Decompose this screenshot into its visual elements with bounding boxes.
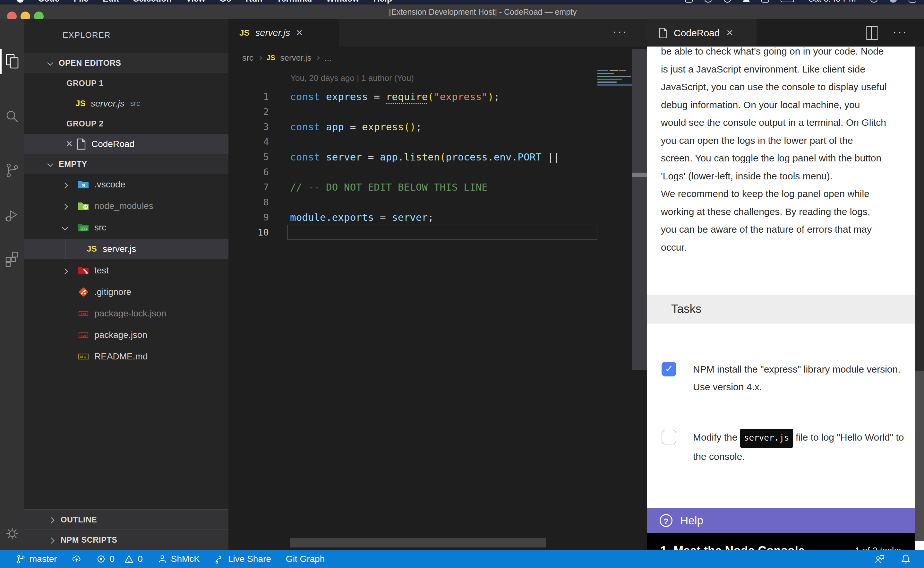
activity-run-debug-button[interactable] <box>0 201 24 229</box>
horizontal-scrollbar[interactable] <box>290 538 546 547</box>
tree-item-src[interactable]: </>src <box>24 217 228 237</box>
open-editors-header[interactable]: OPEN EDITORS <box>24 53 228 73</box>
editor-scrollbar[interactable] <box>632 19 647 550</box>
menu-item-terminal[interactable]: Terminal <box>277 0 312 4</box>
tree-item-.gitignore[interactable]: .gitignore <box>24 282 228 302</box>
node-modules-folder-icon: JS <box>78 200 89 212</box>
tree-item-readme.md[interactable]: MREADME.md <box>24 346 228 367</box>
help-button[interactable]: ? Help <box>647 508 915 533</box>
input-menu-icon[interactable] <box>761 0 769 3</box>
menu-item-view[interactable]: View <box>186 0 205 4</box>
tree-item-label: src <box>94 222 106 233</box>
display-icon[interactable] <box>685 0 693 3</box>
code-line-5[interactable]: 5const server = app.listen(process.env.P… <box>228 149 597 164</box>
status-live-share[interactable]: Live Share <box>215 554 271 564</box>
line-number: 3 <box>228 121 269 132</box>
status-bell-button[interactable] <box>900 554 911 565</box>
menu-clock: Sat 3:45 PM <box>808 0 856 4</box>
battery-icon[interactable] <box>781 0 794 2</box>
tasks-header: Tasks <box>647 295 915 323</box>
close-icon[interactable]: ✕ <box>66 139 75 149</box>
chevron-down-icon <box>48 160 52 169</box>
open-editors-group-label: GROUP 2 <box>66 113 104 134</box>
menu-items: CodeFileEditSelectionViewGoRunTerminalWi… <box>38 0 392 4</box>
status-cloud-upload[interactable] <box>72 554 81 564</box>
activity-extensions-button[interactable] <box>0 245 24 273</box>
tree-item-label: .vscode <box>94 180 125 190</box>
task-checkbox[interactable]: ✓ <box>662 362 676 376</box>
tree-item-server.js[interactable]: JSserver.js <box>24 239 228 259</box>
status-feedback-button[interactable] <box>874 554 885 565</box>
menu-item-selection[interactable]: Selection <box>133 0 172 4</box>
editor-more-actions-button[interactable]: ··· <box>612 19 627 47</box>
menu-item-help[interactable]: Help <box>374 0 392 4</box>
spotlight-icon[interactable] <box>870 0 878 3</box>
code-line-7[interactable]: 7// -- DO NOT EDIT BELOW THIS LINE <box>228 180 597 195</box>
menu-item-run[interactable]: Run <box>246 0 262 4</box>
code-editor[interactable]: 1const express = require("express");23co… <box>228 89 597 240</box>
activity-search-button[interactable] <box>0 103 24 131</box>
code-line-10[interactable]: 10 <box>228 225 597 240</box>
markdown-icon: M <box>78 351 89 362</box>
control-center-icon[interactable] <box>909 0 916 3</box>
breadcrumb-file[interactable]: server.js <box>280 53 312 63</box>
tree-item-.vscode[interactable]: .vscode <box>24 174 228 195</box>
record-icon[interactable] <box>724 0 731 3</box>
breadcrumb-src[interactable]: src <box>242 53 253 63</box>
code-line-3[interactable]: 3const app = express(); <box>228 119 597 134</box>
panel-more-actions-button[interactable]: ··· <box>892 19 907 47</box>
task-checkbox[interactable] <box>662 430 676 444</box>
split-editor-icon[interactable] <box>866 26 878 40</box>
status-0[interactable]: 00 <box>96 554 143 564</box>
panel-scrollbar[interactable] <box>915 19 924 550</box>
npm-icon: npm <box>78 308 89 319</box>
code-line-4[interactable]: 4 <box>228 134 597 149</box>
menu-item-file[interactable]: File <box>74 0 89 4</box>
tree-item-node_modules[interactable]: JSnode_modules <box>24 196 228 216</box>
close-tab-icon[interactable]: ✕ <box>296 28 305 38</box>
menu-item-code[interactable]: Code <box>38 0 60 4</box>
tree-item-package.json[interactable]: npmpackage.json <box>24 325 228 345</box>
code-line-8[interactable]: 8 <box>228 195 597 210</box>
scrollbar-thumb[interactable] <box>915 371 924 541</box>
open-editor-item-server.js[interactable]: JSserver.jssrc <box>24 94 228 113</box>
activity-explorer-button[interactable] <box>0 47 24 75</box>
code-line-6[interactable]: 6 <box>228 164 597 180</box>
menu-item-go[interactable]: Go <box>219 0 232 4</box>
status-shmck[interactable]: ShMcK <box>158 554 200 564</box>
open-editor-item-coderoad[interactable]: ✕CodeRoad <box>24 134 228 154</box>
minimap[interactable] <box>597 69 632 230</box>
menu-item-edit[interactable]: Edit <box>102 0 119 4</box>
code-line-1[interactable]: 1const express = require("express"); <box>228 89 597 104</box>
siri-icon[interactable] <box>889 0 897 3</box>
workspace-header[interactable]: EMPTY <box>24 154 228 174</box>
code-line-9[interactable]: 9module.exports = server; <box>228 210 597 225</box>
chevron-right-icon <box>50 515 54 524</box>
tab-coderoad[interactable]: CodeRoad ✕ <box>647 19 757 47</box>
chevron-right-icon <box>63 180 72 190</box>
coderoad-panel: CodeRoad ✕ ··· be able to check what's g… <box>647 19 924 550</box>
tab-server-js[interactable]: JS server.js ✕ <box>228 19 339 47</box>
shield-icon[interactable] <box>704 0 712 3</box>
status-git-graph[interactable]: Git Graph <box>286 554 325 564</box>
tree-item-label: test <box>94 265 109 276</box>
feedback-icon <box>874 554 885 565</box>
activity-settings-gear-button[interactable] <box>0 520 24 547</box>
open-editors-group-label: GROUP 1 <box>66 73 104 94</box>
section-npm-scripts[interactable]: NPM SCRIPTS <box>24 529 228 550</box>
tree-item-package-lock.json[interactable]: npmpackage-lock.json <box>24 303 228 323</box>
close-tab-icon[interactable]: ✕ <box>726 28 736 38</box>
breadcrumb-symbol[interactable]: ... <box>324 53 332 63</box>
search-icon <box>4 109 21 125</box>
code-line-2[interactable]: 2 <box>228 104 597 119</box>
scrollbar-thumb[interactable] <box>632 49 647 370</box>
minimap-current-line <box>597 84 632 86</box>
tree-item-test[interactable]: test <box>24 260 228 281</box>
menu-item-window[interactable]: Window <box>326 0 359 4</box>
play-icon[interactable] <box>743 0 750 2</box>
source-control-icon <box>4 162 21 179</box>
activity-source-control-button[interactable] <box>0 157 24 184</box>
status-master[interactable]: master <box>16 554 57 564</box>
section-outline[interactable]: OUTLINE <box>24 509 228 529</box>
apple-logo-icon[interactable] <box>17 0 24 3</box>
